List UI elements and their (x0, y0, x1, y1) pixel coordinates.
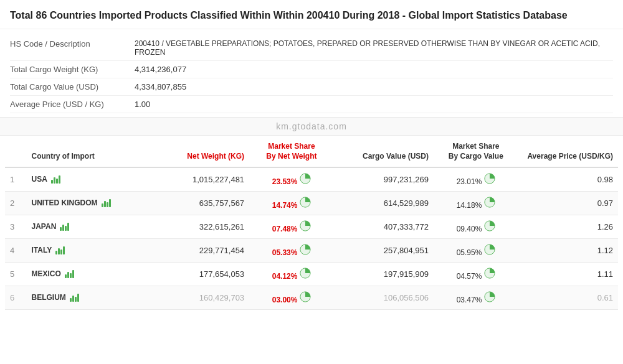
info-row-hs: HS Code / Description 200410 / VEGETABLE… (10, 35, 613, 61)
market-share-weight: 23.53% (249, 167, 334, 192)
avg-price: 0.98 (518, 167, 618, 192)
avg-price: 0.61 (518, 286, 618, 309)
row-num: 1 (5, 167, 27, 192)
pct-weight: 23.53% (272, 177, 298, 186)
info-row-value: Total Cargo Value (USD) 4,334,807,855 (10, 78, 613, 96)
avgprice-label: Average Price (USD / KG) (10, 100, 135, 109)
country-name: USA (32, 175, 47, 184)
market-share-weight: 03.00% (249, 286, 334, 309)
country-name: BELGIUM (32, 293, 66, 302)
net-weight: 1,015,227,481 (150, 167, 249, 192)
avg-price: 1.11 (518, 262, 618, 286)
net-weight: 229,771,454 (150, 238, 249, 262)
watermark: km.gtodata.com (0, 117, 623, 136)
pct-value: 23.01% (457, 177, 482, 186)
cargo-value: 407,333,772 (334, 215, 434, 238)
bar-chart-icon[interactable] (102, 199, 111, 207)
col-net-weight: Net Weight (KG) (150, 136, 249, 167)
pct-value: 03.47% (457, 296, 482, 304)
country-name: MEXICO (32, 269, 61, 278)
country-cell: BELGIUM (27, 286, 150, 309)
import-table: Country of Import Net Weight (KG) Market… (5, 136, 618, 309)
bar-chart-icon[interactable] (65, 270, 74, 278)
hs-value: 200410 / VEGETABLE PREPARATIONS; POTATOE… (135, 39, 613, 57)
col-country: Country of Import (27, 136, 150, 167)
hs-label: HS Code / Description (10, 39, 135, 49)
table-row: 6 BELGIUM 160,429,703 03.00% 106,056,506 (5, 286, 618, 309)
bar-chart-icon[interactable] (55, 246, 65, 254)
table-row: 5 MEXICO 177,654,053 04.12% 197,915,909 (5, 262, 618, 286)
table-row: 3 JAPAN 322,615,261 07.48% 407,333,772 (5, 215, 618, 238)
cargo-value: 257,804,951 (334, 238, 434, 262)
cargo-value: 4,334,807,855 (135, 82, 186, 91)
row-num: 3 (5, 215, 27, 238)
net-weight: 322,615,261 (150, 215, 249, 238)
title-part2: - Global Import Statistics Database (402, 10, 568, 21)
weight-label: Total Cargo Weight (KG) (10, 65, 135, 74)
market-share-weight: 14.74% (249, 191, 334, 215)
pct-weight: 07.48% (272, 225, 298, 233)
pct-weight: 03.00% (272, 296, 298, 304)
col-market-share-value: Market ShareBy Cargo Value (434, 136, 518, 167)
info-section: HS Code / Description 200410 / VEGETABLE… (0, 29, 623, 117)
table-header-row: Country of Import Net Weight (KG) Market… (5, 136, 618, 167)
market-share-weight: 07.48% (249, 215, 334, 238)
market-share-value: 23.01% (434, 167, 518, 192)
data-table-wrapper: Country of Import Net Weight (KG) Market… (0, 136, 623, 309)
bar-chart-icon[interactable] (60, 223, 69, 231)
avgprice-value: 1.00 (135, 100, 150, 109)
country-cell: UNITED KINGDOM (27, 191, 150, 215)
col-num (5, 136, 27, 167)
cargo-value: 997,231,269 (334, 167, 434, 192)
pct-value: 09.40% (457, 225, 482, 233)
market-share-weight: 05.33% (249, 238, 334, 262)
table-row: 1 USA 1,015,227,481 23.53% 997,231,269 (5, 167, 618, 192)
title-part1: Total 86 Countries Imported Products Cla… (10, 10, 399, 21)
market-share-value: 09.40% (434, 215, 518, 238)
country-name: ITALY (32, 246, 52, 254)
col-market-share-weight: Market ShareBy Net Weight (249, 136, 334, 167)
country-cell: MEXICO (27, 262, 150, 286)
weight-value: 4,314,236,077 (135, 65, 186, 74)
avg-price: 1.12 (518, 238, 618, 262)
watermark-text: km.gtodata.com (276, 121, 347, 131)
table-row: 2 UNITED KINGDOM 635,757,567 14.74% 614,… (5, 191, 618, 215)
row-num: 5 (5, 262, 27, 286)
pct-weight: 04.12% (272, 272, 298, 281)
country-cell: USA (27, 167, 150, 192)
bar-chart-icon[interactable] (70, 294, 79, 302)
page-wrapper: Total 86 Countries Imported Products Cla… (0, 0, 623, 310)
market-share-value: 04.57% (434, 262, 518, 286)
market-share-value: 05.95% (434, 238, 518, 262)
col-cargo-value: Cargo Value (USD) (334, 136, 434, 167)
col-avg-price: Average Price (USD/KG) (518, 136, 618, 167)
country-cell: ITALY (27, 238, 150, 262)
page-title: Total 86 Countries Imported Products Cla… (10, 9, 613, 22)
net-weight: 635,757,567 (150, 191, 249, 215)
value-label: Total Cargo Value (USD) (10, 82, 135, 91)
info-row-weight: Total Cargo Weight (KG) 4,314,236,077 (10, 61, 613, 78)
market-share-value: 14.18% (434, 191, 518, 215)
table-row: 4 ITALY 229,771,454 05.33% 257,804,951 (5, 238, 618, 262)
cargo-value: 197,915,909 (334, 262, 434, 286)
info-row-avgprice: Average Price (USD / KG) 1.00 (10, 96, 613, 113)
country-cell: JAPAN (27, 215, 150, 238)
country-name: UNITED KINGDOM (32, 198, 98, 207)
row-num: 2 (5, 191, 27, 215)
cargo-value: 106,056,506 (334, 286, 434, 309)
net-weight: 177,654,053 (150, 262, 249, 286)
avg-price: 1.26 (518, 215, 618, 238)
row-num: 6 (5, 286, 27, 309)
header: Total 86 Countries Imported Products Cla… (0, 0, 623, 29)
market-share-value: 03.47% (434, 286, 518, 309)
country-name: JAPAN (32, 222, 57, 231)
pct-value: 05.95% (457, 248, 482, 257)
pct-value: 04.57% (457, 272, 482, 281)
avg-price: 0.97 (518, 191, 618, 215)
pct-value: 14.18% (457, 201, 482, 210)
bar-chart-icon[interactable] (51, 175, 60, 184)
cargo-value: 614,529,989 (334, 191, 434, 215)
row-num: 4 (5, 238, 27, 262)
pct-weight: 05.33% (272, 248, 298, 257)
pct-weight: 14.74% (272, 201, 298, 210)
